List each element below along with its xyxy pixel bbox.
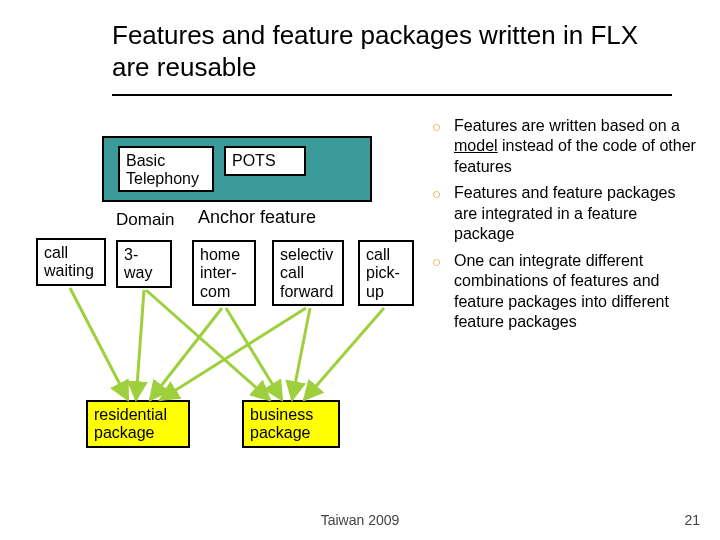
business-package-box: business package [242,400,340,448]
domain-label: Domain [116,210,175,230]
bullet-1a: Features are written based on a [454,117,680,134]
basic-telephony-box: Basic Telephony [118,146,214,192]
svg-line-4 [146,290,270,400]
footer-center: Taiwan 2009 [0,512,720,528]
page-number: 21 [684,512,700,528]
bullet-2: Features and feature packages are integr… [432,183,700,244]
svg-line-6 [292,308,310,400]
bullet-1: Features are written based on a model in… [432,116,700,177]
svg-line-7 [304,308,384,400]
svg-line-1 [136,290,144,400]
selective-call-forward-box: selectiv call forward [272,240,344,306]
anchor-feature-label: Anchor feature [198,207,316,228]
residential-package-box: residential package [86,400,190,448]
three-way-box: 3- way [116,240,172,288]
home-intercom-box: home inter- com [192,240,256,306]
svg-line-5 [226,308,282,400]
bullet-list: Features are written based on a model in… [432,116,700,339]
call-waiting-box: call waiting [36,238,106,286]
bullet-1-model: model [454,137,498,154]
pots-box: POTS [224,146,306,176]
svg-line-3 [160,308,306,400]
call-pickup-box: call pick- up [358,240,414,306]
svg-line-2 [150,308,222,400]
bullet-3: One can integrate different combinations… [432,251,700,333]
slide: Features and feature packages written in… [0,0,720,540]
svg-line-0 [70,288,128,400]
